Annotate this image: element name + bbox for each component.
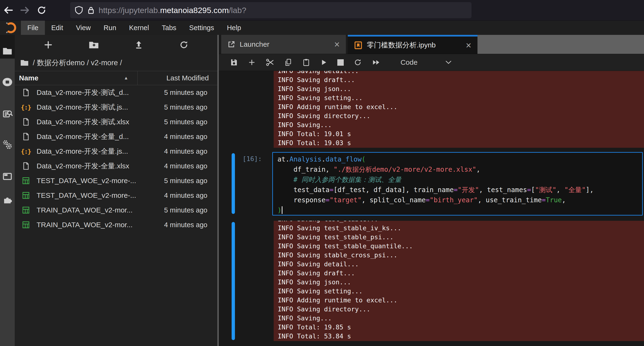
file-name: Data_v2-more-开发-测试.js... [36, 102, 128, 112]
refresh-icon [179, 40, 188, 50]
launcher-icon [227, 40, 236, 48]
notebook-icon [354, 41, 362, 50]
code-cell-editor[interactable]: at.Analysis.data_flow( df_train, "./数据分析… [272, 152, 643, 216]
output-collapser[interactable] [232, 222, 235, 340]
restart-run-all-button[interactable] [367, 54, 386, 71]
sidebar-item-file-browser[interactable] [2, 46, 12, 56]
output-line: INFO Saving... [278, 121, 644, 130]
save-icon [230, 58, 238, 66]
restart-kernel-button[interactable] [349, 54, 367, 71]
code-token: # 同时入参两个数据集：测试、全量 [278, 176, 401, 183]
shield-icon[interactable] [74, 5, 84, 15]
file-name: Data_v2-more-开发-全量_d... [36, 132, 129, 142]
new-launcher-button[interactable] [42, 38, 55, 51]
tab-notebook[interactable]: 零门槛数据分析.ipynb × [348, 35, 478, 54]
file-browser-toolbar [15, 35, 217, 55]
browser-reload-button[interactable] [33, 2, 50, 18]
run-cell-button[interactable] [315, 54, 332, 71]
file-row[interactable]: Data_v2-more-开发-测试.xlsx5 minutes ago [15, 115, 217, 129]
menu-item-kernel[interactable]: Kernel [122, 21, 155, 35]
column-header-last-modified[interactable]: Last Modified [138, 74, 217, 82]
menu-item-view[interactable]: View [70, 21, 97, 35]
interrupt-kernel-button[interactable] [332, 54, 349, 71]
cut-cells-button[interactable] [260, 54, 279, 71]
home-folder-icon[interactable] [20, 58, 29, 67]
output-line: INFO Total: 19.03 s [278, 139, 644, 148]
refresh-button[interactable] [178, 38, 190, 51]
code-token: = [426, 196, 430, 204]
file-row[interactable]: Data_v2-more-开发-测试_d...5 minutes ago [15, 85, 217, 100]
forward-arrow-icon [20, 5, 30, 15]
input-collapser[interactable] [232, 153, 235, 214]
code-token: = [542, 196, 546, 204]
menu-item-file[interactable]: File [21, 21, 45, 35]
output-line: INFO Saving json... [278, 278, 644, 287]
menu-item-settings[interactable]: Settings [183, 21, 220, 35]
file-modified: 4 minutes ago [164, 148, 217, 155]
file-row[interactable]: {:}Data_v2-more-开发-测试.js...5 minutes ago [15, 100, 217, 115]
new-folder-button[interactable] [87, 38, 100, 51]
output-line: INFO Saving directory... [278, 111, 644, 121]
file-row[interactable]: TRAIN_DATA_WOE_v2-mor...5 minutes ago [15, 203, 217, 217]
output-line-clipped: INFO Saving test_stable... [278, 221, 644, 224]
breadcrumb[interactable]: / 数据分析demo / v2-more / [15, 55, 217, 71]
breadcrumb-path[interactable]: / 数据分析demo / v2-more / [33, 58, 122, 68]
lock-icon[interactable] [87, 5, 95, 15]
code-token: Analysis [290, 155, 322, 163]
gears-icon [2, 140, 12, 150]
file-type-file-icon [22, 162, 30, 171]
paste-cells-button[interactable] [297, 54, 315, 71]
sidebar-item-extensions[interactable] [2, 194, 12, 205]
sidebar-item-property-inspector[interactable] [2, 140, 12, 150]
file-name: TEST_DATA_WOE_v2-more-... [36, 177, 136, 185]
add-cell-button[interactable] [243, 54, 260, 71]
sidebar-item-running-kernels[interactable] [2, 77, 12, 87]
output-line: INFO Saving directory... [278, 305, 644, 314]
main-dock: Launcher × 零门槛数据分析.ipynb × [219, 35, 644, 346]
menu-item-tabs[interactable]: Tabs [155, 21, 183, 35]
app-shell: / 数据分析demo / v2-more / Name ▲ Last Modif… [0, 35, 644, 346]
output-line: INFO Saving setting... [278, 93, 644, 102]
tab-label: 零门槛数据分析.ipynb [367, 40, 436, 50]
menu-item-edit[interactable]: Edit [45, 21, 70, 35]
code-line: at.Analysis.data_flow( [278, 154, 642, 164]
file-name: TRAIN_DATA_WOE_v2-mor... [36, 206, 132, 214]
menu-item-help[interactable]: Help [220, 21, 248, 35]
output-line: INFO Saving draft... [278, 269, 644, 278]
plus-icon [248, 59, 256, 66]
code-token: "birth_year" [430, 196, 478, 204]
address-bar[interactable]: https://jupyterlab.metanoia8295.com/lab? [70, 2, 472, 18]
upload-button[interactable] [132, 38, 145, 51]
code-token: = [326, 196, 330, 204]
column-header-name[interactable]: Name ▲ [15, 71, 138, 85]
output-line: INFO Total: 19.85 s [278, 323, 644, 332]
file-row[interactable]: Data_v2-more-开发-全量_d...4 minutes ago [15, 129, 217, 144]
copy-cells-button[interactable] [279, 54, 297, 71]
tab-close-button[interactable]: × [334, 40, 340, 49]
file-row[interactable]: TRAIN_DATA_WOE_v2-mor...4 minutes ago [15, 217, 217, 232]
file-row[interactable]: {:}Data_v2-more-开发-全量.js...4 minutes ago [15, 144, 217, 159]
file-row[interactable]: TEST_DATA_WOE_v2-more-...5 minutes ago [15, 173, 217, 188]
output-line: INFO Saving draft... [278, 75, 644, 84]
cell-type-dropdown[interactable] [440, 54, 456, 71]
sidebar-item-command-palette[interactable] [2, 109, 12, 119]
menu-item-run[interactable]: Run [97, 21, 122, 35]
running-kernels-icon [2, 77, 12, 87]
tab-bar: Launcher × 零门槛数据分析.ipynb × [219, 35, 644, 54]
file-modified: 5 minutes ago [164, 177, 217, 185]
tab-close-button[interactable]: × [466, 40, 471, 50]
browser-back-button[interactable] [0, 2, 17, 18]
sidebar-item-open-tabs[interactable] [2, 171, 12, 182]
output-line: INFO Adding runtime to excel... [278, 102, 644, 111]
menubar: FileEditViewRunKernelTabsSettingsHelp [0, 21, 644, 35]
cell-type-select[interactable]: Code [400, 58, 418, 66]
browser-forward-button[interactable] [17, 2, 33, 18]
file-row[interactable]: TEST_DATA_WOE_v2-more-...4 minutes ago [15, 188, 217, 203]
file-row[interactable]: Data_v2-more-开发-全量.xlsx4 minutes ago [15, 159, 217, 173]
tab-launcher[interactable]: Launcher × [221, 35, 346, 54]
notebook-scroll-area[interactable]: INFO Saving detail...INFO Saving draft..… [219, 71, 644, 346]
save-button[interactable] [225, 54, 243, 71]
text-cursor [282, 206, 282, 214]
code-token: , [562, 196, 566, 204]
output-line-clipped: INFO Saving detail... [278, 71, 644, 75]
